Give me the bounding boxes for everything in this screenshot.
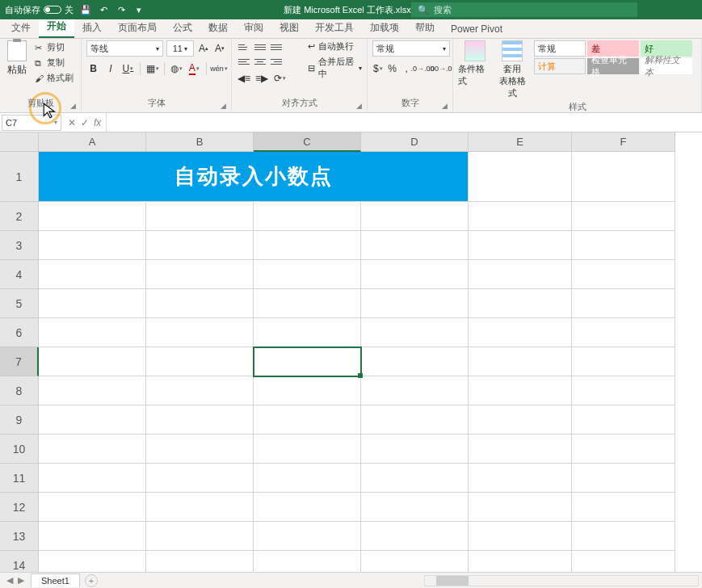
cell[interactable] [469,405,572,435]
cell[interactable] [254,318,361,347]
cell[interactable] [39,289,146,318]
cell[interactable] [254,493,361,522]
search-input[interactable] [434,5,631,15]
redo-icon[interactable]: ↷ [116,4,127,15]
cell[interactable] [39,522,146,551]
search-box[interactable]: 🔍 [411,2,637,17]
cell[interactable] [146,231,254,260]
cell[interactable] [254,551,361,572]
row-header[interactable]: 4 [0,260,39,289]
cell[interactable] [39,202,146,231]
merged-title-cell[interactable]: 自动录入小数点 [39,152,469,202]
cell[interactable] [469,464,572,493]
cell[interactable] [146,405,254,435]
decrease-decimal-button[interactable]: .00→.0 [433,61,448,76]
tab-开发工具[interactable]: 开发工具 [307,18,362,38]
format-painter-button[interactable]: 🖌格式刷 [32,71,76,85]
cell[interactable] [361,405,469,435]
tab-文件[interactable]: 文件 [3,18,39,38]
cell[interactable] [469,347,572,376]
orientation-button[interactable]: ⟳ [272,71,287,86]
cell[interactable] [572,464,675,493]
align-left-button[interactable] [237,55,251,68]
document-title[interactable]: 新建 Microsoft Excel 工作表.xlsx ▾ [284,4,418,16]
accounting-button[interactable]: $ [372,61,384,76]
cell[interactable] [146,551,254,572]
merge-center-button[interactable]: ⊟合并后居中▾ [308,56,362,80]
cell[interactable] [361,493,469,522]
row-header[interactable]: 3 [0,231,39,260]
cell[interactable] [39,435,146,464]
cell[interactable] [572,493,675,522]
worksheet-grid[interactable]: ABCDEF 1234567891011121314 自动录入小数点 [0,132,702,572]
column-header[interactable]: C [254,132,361,152]
percent-button[interactable]: % [387,61,398,76]
tab-Power Pivot[interactable]: Power Pivot [443,20,511,38]
cell[interactable] [572,202,675,231]
cell[interactable] [469,376,572,405]
style-explanatory[interactable]: 解释性文本 [641,58,692,74]
cell[interactable] [39,464,146,493]
cell[interactable] [146,464,254,493]
cell[interactable] [146,318,254,347]
font-name-select[interactable]: 等线▾ [86,40,163,57]
align-top-button[interactable] [237,40,251,53]
column-header[interactable]: A [39,132,146,152]
copy-button[interactable]: ⧉复制 [32,56,76,69]
column-header[interactable]: E [469,132,572,152]
cell[interactable] [39,493,146,522]
cell[interactable] [361,376,469,405]
row-header[interactable]: 13 [0,522,39,551]
cell[interactable] [146,522,254,551]
phonetic-button[interactable]: wén [212,61,226,76]
cell[interactable] [254,376,361,405]
cell[interactable] [361,435,469,464]
new-sheet-button[interactable]: + [85,574,98,587]
dialog-launcher-icon[interactable]: ◢ [221,102,226,110]
cell[interactable] [361,522,469,551]
cell[interactable] [254,260,361,289]
row-header[interactable]: 2 [0,202,39,231]
formula-input[interactable] [107,115,702,131]
row-header[interactable]: 5 [0,289,39,318]
cell[interactable] [572,522,675,551]
enter-icon[interactable]: ✓ [81,117,89,128]
decrease-indent-button[interactable]: ◀≡ [237,71,251,86]
fill-color-button[interactable]: ◍ [170,61,183,76]
save-icon[interactable]: 💾 [80,4,91,15]
cancel-icon[interactable]: ✕ [68,117,76,128]
cell[interactable] [146,260,254,289]
row-header[interactable]: 1 [0,152,39,202]
cell[interactable] [572,405,675,435]
cell[interactable] [469,522,572,551]
cell[interactable] [572,152,675,202]
cell[interactable] [572,260,675,289]
italic-button[interactable]: I [103,61,117,76]
cell[interactable] [361,202,469,231]
cell[interactable] [572,435,675,464]
row-header[interactable]: 12 [0,493,39,522]
column-header[interactable]: B [146,132,254,152]
cell[interactable] [254,347,361,376]
cell[interactable] [254,464,361,493]
undo-icon[interactable]: ↶ [98,4,109,15]
increase-font-button[interactable]: A▴ [197,41,210,56]
tab-审阅[interactable]: 审阅 [236,18,271,38]
cell[interactable] [361,231,469,260]
cell[interactable] [39,318,146,347]
tab-加载项[interactable]: 加载项 [362,18,407,38]
column-header[interactable]: F [572,132,675,152]
row-header[interactable]: 11 [0,464,39,493]
qat-dropdown-icon[interactable]: ▾ [133,4,145,15]
cell[interactable] [146,435,254,464]
row-header[interactable]: 14 [0,551,39,572]
cell[interactable] [146,347,254,376]
cell[interactable] [39,260,146,289]
cell[interactable] [254,231,361,260]
cell[interactable] [469,551,572,572]
bold-button[interactable]: B [86,61,100,76]
cell[interactable] [146,202,254,231]
cell[interactable] [361,289,469,318]
wrap-text-button[interactable]: ↩自动换行 [308,40,362,52]
row-header[interactable]: 9 [0,405,39,435]
